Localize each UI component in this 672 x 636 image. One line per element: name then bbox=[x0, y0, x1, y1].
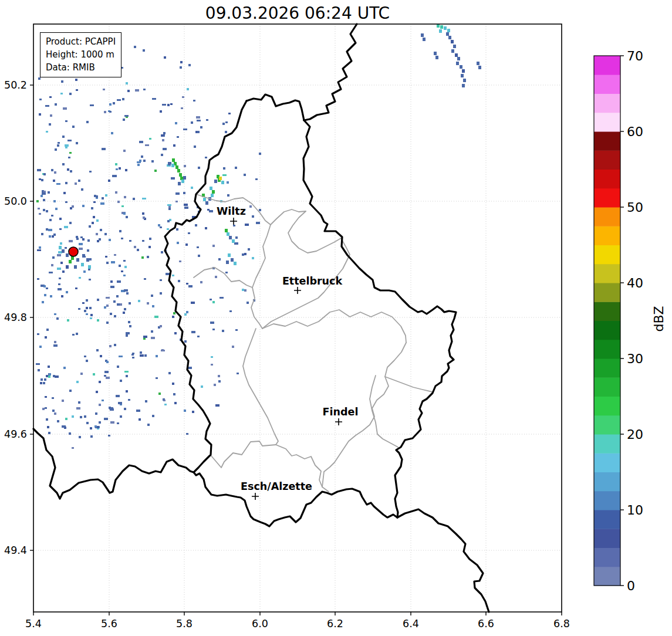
y-tick-label: 49.8 bbox=[4, 312, 27, 323]
city-esch-alzette: Esch/Alzette bbox=[241, 481, 312, 500]
product-line: Product: PCAPPI bbox=[46, 36, 116, 49]
country-borders bbox=[33, 24, 489, 612]
data-source-line: Data: RMIB bbox=[46, 62, 116, 75]
city-plus-marker bbox=[252, 493, 259, 500]
colorbar-tick-label: 70 bbox=[627, 49, 643, 63]
city-ettelbruck: Ettelbruck bbox=[282, 275, 343, 294]
axis-ticks: 5.45.65.86.06.26.46.66.850.250.049.849.6… bbox=[4, 79, 570, 630]
colorbar-tick-label: 20 bbox=[627, 427, 643, 442]
colorbar: 010203040506070 bbox=[594, 49, 643, 593]
city-findel: Findel bbox=[323, 406, 359, 425]
plot-frame bbox=[33, 24, 562, 612]
product-info-box: Product: PCAPPI Height: 1000 m Data: RMI… bbox=[40, 32, 121, 77]
x-tick-label: 5.4 bbox=[25, 618, 42, 630]
radar-speckles bbox=[36, 45, 261, 449]
city-label: Ettelbruck bbox=[282, 275, 343, 287]
y-tick-label: 50.0 bbox=[4, 195, 27, 207]
y-tick-label: 49.6 bbox=[4, 428, 27, 440]
colorbar-unit-label: dBZ bbox=[651, 296, 666, 343]
radar-figure: 09.03.2026 06:24 UTC Product: PCAPPI Hei… bbox=[0, 0, 672, 636]
city-plus-marker bbox=[230, 218, 237, 225]
colorbar-tick-label: 60 bbox=[627, 124, 643, 139]
x-tick-label: 6.6 bbox=[478, 618, 494, 630]
city-wiltz: Wiltz bbox=[217, 205, 246, 225]
x-tick-label: 6.8 bbox=[553, 618, 570, 630]
y-tick-label: 50.2 bbox=[4, 79, 27, 91]
radar-site-marker bbox=[69, 247, 78, 256]
city-label: Esch/Alzette bbox=[241, 481, 312, 492]
city-label: Wiltz bbox=[217, 205, 246, 217]
city-plus-marker bbox=[335, 418, 342, 425]
x-tick-label: 5.8 bbox=[176, 618, 193, 630]
city-plus-marker bbox=[294, 287, 301, 294]
x-tick-label: 6.4 bbox=[403, 618, 419, 630]
city-markers: WiltzEttelbruckFindelEsch/Alzette bbox=[217, 205, 358, 500]
city-label: Findel bbox=[323, 406, 359, 418]
radar-map-plot: WiltzEttelbruckFindelEsch/Alzette5.45.65… bbox=[0, 0, 672, 636]
colorbar-tick-label: 0 bbox=[627, 579, 635, 593]
radar-echo-clusters bbox=[59, 24, 481, 269]
x-tick-label: 6.2 bbox=[327, 618, 343, 630]
grid-lines bbox=[33, 24, 562, 612]
colorbar-tick-label: 10 bbox=[627, 503, 643, 517]
y-tick-label: 49.4 bbox=[4, 544, 27, 556]
colorbar-tick-label: 40 bbox=[627, 276, 643, 290]
x-tick-label: 6.0 bbox=[252, 618, 268, 630]
colorbar-tick-label: 50 bbox=[627, 200, 643, 215]
x-tick-label: 5.6 bbox=[101, 618, 117, 630]
colorbar-tick-label: 30 bbox=[627, 351, 643, 366]
height-line: Height: 1000 m bbox=[46, 49, 116, 62]
